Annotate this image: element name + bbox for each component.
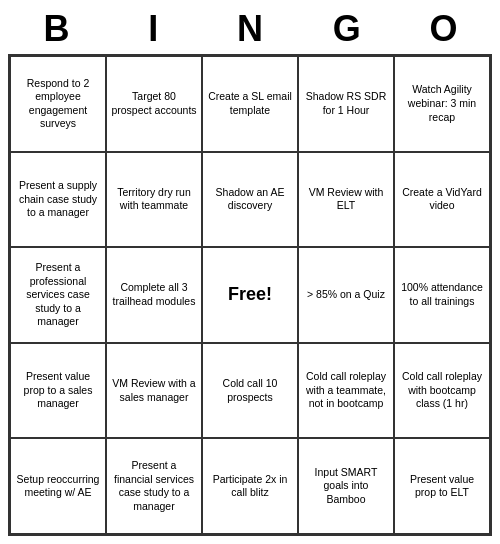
bingo-letter-G: G: [303, 8, 391, 50]
bingo-cell-4: Watch Agility webinar: 3 min recap: [394, 56, 490, 152]
bingo-title: BINGO: [8, 8, 492, 50]
bingo-cell-16: VM Review with a sales manager: [106, 343, 202, 439]
bingo-cell-18: Cold call roleplay with a teammate, not …: [298, 343, 394, 439]
bingo-cell-17: Cold call 10 prospects: [202, 343, 298, 439]
bingo-letter-B: B: [12, 8, 100, 50]
bingo-letter-I: I: [109, 8, 197, 50]
bingo-cell-24: Present value prop to ELT: [394, 438, 490, 534]
bingo-cell-12: Free!: [202, 247, 298, 343]
bingo-cell-22: Participate 2x in call blitz: [202, 438, 298, 534]
bingo-cell-2: Create a SL email template: [202, 56, 298, 152]
bingo-cell-1: Target 80 prospect accounts: [106, 56, 202, 152]
bingo-cell-14: 100% attendance to all trainings: [394, 247, 490, 343]
bingo-cell-15: Present value prop to a sales manager: [10, 343, 106, 439]
bingo-grid: Respond to 2 employee engagement surveys…: [8, 54, 492, 536]
bingo-cell-3: Shadow RS SDR for 1 Hour: [298, 56, 394, 152]
bingo-cell-23: Input SMART goals into Bamboo: [298, 438, 394, 534]
bingo-cell-5: Present a supply chain case study to a m…: [10, 152, 106, 248]
bingo-letter-O: O: [400, 8, 488, 50]
bingo-cell-8: VM Review with ELT: [298, 152, 394, 248]
bingo-cell-10: Present a professional services case stu…: [10, 247, 106, 343]
bingo-cell-13: > 85% on a Quiz: [298, 247, 394, 343]
bingo-cell-20: Setup reoccurring meeting w/ AE: [10, 438, 106, 534]
bingo-cell-7: Shadow an AE discovery: [202, 152, 298, 248]
bingo-cell-19: Cold call roleplay with bootcamp class (…: [394, 343, 490, 439]
bingo-cell-21: Present a financial services case study …: [106, 438, 202, 534]
bingo-letter-N: N: [206, 8, 294, 50]
bingo-cell-11: Complete all 3 trailhead modules: [106, 247, 202, 343]
bingo-cell-9: Create a VidYard video: [394, 152, 490, 248]
bingo-cell-6: Territory dry run with teammate: [106, 152, 202, 248]
bingo-cell-0: Respond to 2 employee engagement surveys: [10, 56, 106, 152]
